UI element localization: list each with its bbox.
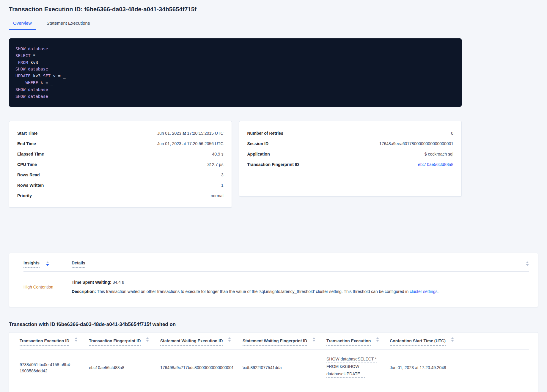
column-header-label[interactable]: Statement Waiting Execution ID: [160, 338, 223, 346]
column-header-transaction-fingerprint-id: Transaction Fingerprint ID: [89, 338, 160, 346]
column-header-label[interactable]: Transaction Execution ID: [20, 338, 69, 346]
sql-line: SHOW database: [15, 93, 455, 100]
column-header-transaction-execution: Transaction Execution: [326, 338, 390, 346]
cluster-settings-link[interactable]: cluster settings: [410, 289, 437, 294]
sql-line: SHOW database: [15, 46, 455, 52]
transaction-execution-link[interactable]: SHOW databaseSELECT * FROM kv3SHOW datab…: [326, 357, 381, 378]
sql-snippet-line: FROM kv3SHOW: [326, 364, 359, 370]
sql-snippet-line: databaseUPDATE ...: [326, 371, 365, 378]
summary-value: 0: [451, 131, 453, 136]
summary-row-priority: Prioritynormal: [17, 190, 224, 201]
sort-down-arrow: [146, 340, 149, 342]
column-header-contention-start-time: Contention Start Time (UTC): [390, 338, 529, 346]
summary-label: Start Time: [17, 131, 37, 136]
summary-row-elapsed-time: Elapsed Time40.9 s: [17, 149, 224, 159]
insights-card: Insights Details High Contention Ti: [9, 253, 538, 307]
waiting-value: 34.4 s: [111, 280, 124, 285]
summary-value: Jun 01, 2023 at 17:20:56:2056 UTC: [157, 141, 224, 146]
cell-contention-start-time: Jun 01, 2023 at 17:20:49:2049: [390, 365, 529, 371]
sort-icon[interactable]: [526, 261, 529, 266]
summary-value: 1: [221, 183, 224, 188]
sort-down-arrow: [526, 264, 529, 266]
summary-label: Rows Read: [17, 173, 40, 177]
sort-icon[interactable]: [75, 337, 78, 342]
sql-snippet-line: SHOW databaseSELECT *: [326, 357, 377, 363]
summary-label: CPU Time: [17, 162, 37, 167]
sort-up-arrow: [376, 337, 379, 339]
description-text: This transaction waited on other transac…: [96, 289, 410, 294]
waited-table-row: 9738d051-bc0e-4158-a9b4-1903586ddd42 ebc…: [20, 349, 529, 387]
summary-label: Rows Written: [17, 183, 44, 188]
sort-icon[interactable]: [451, 337, 454, 342]
cell-statement-waiting-execution-id: 176498a9c717bdc80000000000000001: [160, 365, 243, 371]
summary-value: 312.7 µs: [208, 162, 224, 167]
insights-table-header: Insights Details: [23, 260, 529, 272]
sql-line: WHERE k = _: [15, 79, 455, 86]
column-header-label[interactable]: Transaction Fingerprint ID: [89, 338, 141, 346]
sql-line: FROM kv3: [15, 59, 455, 66]
tab-bar: Overview Statement Executions: [9, 18, 538, 30]
sort-up-arrow: [451, 337, 454, 339]
summary-row-end-time: End TimeJun 01, 2023 at 17:20:56:2056 UT…: [17, 138, 224, 149]
sort-down-arrow: [228, 340, 231, 342]
summary-value: 40.9 s: [212, 152, 223, 156]
sort-down-arrow: [451, 340, 454, 342]
sort-up-arrow: [146, 337, 149, 339]
sort-up-arrow: [75, 337, 78, 339]
sort-icon[interactable]: [46, 261, 49, 266]
column-header-insights-cell: Insights: [23, 260, 72, 268]
description-suffix: .: [438, 289, 439, 294]
sort-icon[interactable]: [228, 337, 231, 342]
sql-line: UPDATE kv3 SET v = _: [15, 73, 455, 79]
column-header-insights[interactable]: Insights: [23, 261, 40, 268]
summary-label: Priority: [17, 193, 32, 198]
column-header-label[interactable]: Contention Start Time (UTC): [390, 338, 446, 346]
sort-icon[interactable]: [312, 337, 315, 342]
summary-label: End Time: [17, 141, 36, 146]
transaction-fingerprint-id-link[interactable]: ebc10ae56cfd88a8: [418, 162, 453, 167]
waiting-label: Time Spent Waiting:: [72, 280, 111, 285]
time-spent-waiting-line: Time Spent Waiting: 34.4 s: [72, 279, 529, 286]
summary-row-transaction-fingerprint-id: Transaction Fingerprint IDebc10ae56cfd88…: [247, 159, 454, 170]
summary-row-application: Application$ cockroach sql: [247, 149, 454, 159]
summary-label: Transaction Fingerprint ID: [247, 162, 299, 167]
sort-down-arrow: [46, 264, 49, 266]
summary-row-rows-read: Rows Read3: [17, 170, 224, 180]
sql-statements-box: SHOW databaseSELECT * FROM kv3SHOW datab…: [9, 38, 462, 107]
summary-cards-row: Start TimeJun 01, 2023 at 17:20:15:2015 …: [9, 121, 462, 208]
column-header-statement-waiting-execution-id: Statement Waiting Execution ID: [160, 338, 243, 346]
insight-type-badge: High Contention: [23, 285, 72, 289]
description-label: Description:: [72, 289, 96, 294]
sort-down-arrow: [376, 340, 379, 342]
column-header-statement-waiting-fingerprint-id: Statement Waiting Fingerprint ID: [243, 338, 326, 346]
cell-statement-waiting-fingerprint-id: \xdb8922f077541dda: [243, 365, 326, 371]
transaction-details-page: Transaction Execution ID: f6be6366-da03-…: [0, 5, 547, 392]
table-sort-cell: [521, 260, 529, 267]
column-header-label[interactable]: Statement Waiting Fingerprint ID: [243, 338, 307, 346]
column-header-transaction-execution-id: Transaction Execution ID: [20, 338, 89, 346]
sort-icon[interactable]: [146, 337, 149, 342]
column-header-label[interactable]: Transaction Execution: [326, 338, 371, 346]
waited-table-header: Transaction Execution ID Transaction Fin…: [20, 338, 529, 349]
execution-summary-card: Start TimeJun 01, 2023 at 17:20:15:2015 …: [9, 121, 232, 208]
sort-down-arrow: [75, 340, 78, 342]
cell-transaction-execution-id: 9738d051-bc0e-4158-a9b4-1903586ddd42: [20, 362, 89, 374]
summary-row-number-of-retries: Number of Retries0: [247, 128, 454, 138]
column-header-details[interactable]: Details: [72, 261, 85, 268]
column-header-details-cell: Details: [72, 260, 520, 268]
sort-up-arrow: [526, 261, 529, 263]
summary-value: Jun 01, 2023 at 17:20:15:2015 UTC: [157, 131, 224, 136]
sort-icon[interactable]: [376, 337, 379, 342]
sort-down-arrow: [312, 340, 315, 342]
sql-line: SHOW database: [15, 66, 455, 73]
cell-transaction-execution: SHOW databaseSELECT * FROM kv3SHOW datab…: [326, 357, 390, 379]
summary-value: 3: [221, 173, 224, 177]
tab-overview[interactable]: Overview: [9, 18, 36, 30]
tab-statement-executions[interactable]: Statement Executions: [43, 18, 94, 30]
summary-label: Number of Retries: [247, 131, 283, 136]
sort-up-arrow: [312, 337, 315, 339]
sql-line: SELECT *: [15, 52, 455, 59]
insight-row: High Contention Time Spent Waiting: 34.4…: [23, 272, 529, 304]
cell-transaction-fingerprint-id: ebc10ae56cfd88a8: [89, 365, 160, 371]
insight-details: Time Spent Waiting: 34.4 s Description: …: [72, 279, 529, 295]
